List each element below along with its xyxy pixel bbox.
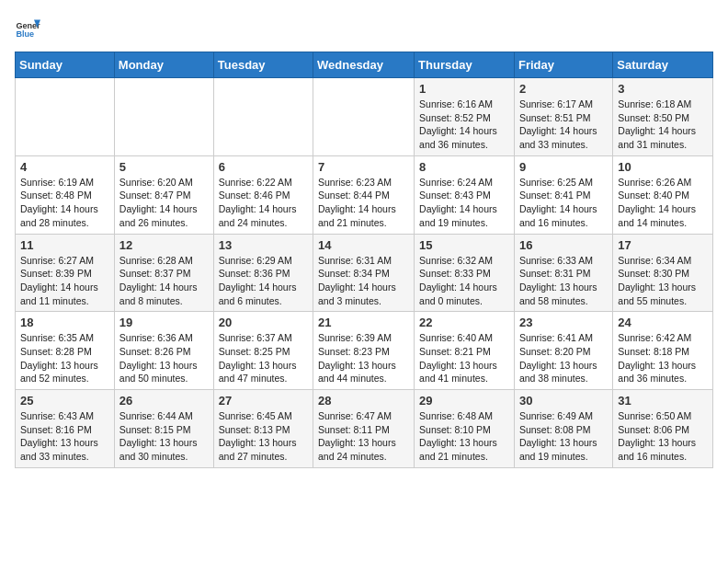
day-number: 12 <box>119 238 209 252</box>
calendar-cell: 9Sunrise: 6:25 AM Sunset: 8:41 PM Daylig… <box>514 155 612 234</box>
header-monday: Monday <box>114 52 213 78</box>
calendar-cell <box>213 78 313 156</box>
calendar-cell: 2Sunrise: 6:17 AM Sunset: 8:51 PM Daylig… <box>514 78 612 156</box>
day-number: 27 <box>219 394 308 408</box>
day-number: 22 <box>419 316 509 329</box>
day-detail: Sunrise: 6:31 AM Sunset: 8:34 PM Dayligh… <box>318 254 409 308</box>
day-number: 16 <box>519 238 608 252</box>
logo: General Blue <box>15 15 40 40</box>
day-number: 20 <box>219 316 308 329</box>
calendar-cell: 27Sunrise: 6:45 AM Sunset: 8:13 PM Dayli… <box>213 390 313 468</box>
page-header: General Blue <box>15 15 713 40</box>
calendar-cell: 17Sunrise: 6:34 AM Sunset: 8:30 PM Dayli… <box>613 234 713 312</box>
day-number: 9 <box>519 160 608 174</box>
day-detail: Sunrise: 6:17 AM Sunset: 8:51 PM Dayligh… <box>519 98 608 152</box>
calendar-cell: 31Sunrise: 6:50 AM Sunset: 8:06 PM Dayli… <box>613 390 713 468</box>
day-detail: Sunrise: 6:39 AM Sunset: 8:23 PM Dayligh… <box>318 331 409 385</box>
day-detail: Sunrise: 6:27 AM Sunset: 8:39 PM Dayligh… <box>20 254 109 308</box>
calendar-cell: 26Sunrise: 6:44 AM Sunset: 8:15 PM Dayli… <box>114 390 213 468</box>
calendar-cell: 12Sunrise: 6:28 AM Sunset: 8:37 PM Dayli… <box>114 234 213 312</box>
day-detail: Sunrise: 6:28 AM Sunset: 8:37 PM Dayligh… <box>119 254 209 308</box>
calendar-cell: 29Sunrise: 6:48 AM Sunset: 8:10 PM Dayli… <box>415 390 515 468</box>
day-detail: Sunrise: 6:45 AM Sunset: 8:13 PM Dayligh… <box>219 409 308 464</box>
day-detail: Sunrise: 6:33 AM Sunset: 8:31 PM Dayligh… <box>519 254 608 308</box>
calendar-cell: 1Sunrise: 6:16 AM Sunset: 8:52 PM Daylig… <box>415 78 515 156</box>
day-number: 23 <box>519 316 608 329</box>
calendar-cell: 11Sunrise: 6:27 AM Sunset: 8:39 PM Dayli… <box>16 234 115 312</box>
day-detail: Sunrise: 6:47 AM Sunset: 8:11 PM Dayligh… <box>318 409 409 464</box>
calendar-cell: 3Sunrise: 6:18 AM Sunset: 8:50 PM Daylig… <box>613 78 713 156</box>
day-detail: Sunrise: 6:23 AM Sunset: 8:44 PM Dayligh… <box>318 176 409 230</box>
day-detail: Sunrise: 6:29 AM Sunset: 8:36 PM Dayligh… <box>219 254 308 308</box>
day-number: 17 <box>618 238 708 252</box>
day-number: 10 <box>618 160 708 174</box>
day-number: 26 <box>119 394 209 408</box>
day-detail: Sunrise: 6:40 AM Sunset: 8:21 PM Dayligh… <box>419 331 509 385</box>
day-detail: Sunrise: 6:20 AM Sunset: 8:47 PM Dayligh… <box>119 176 209 230</box>
day-number: 8 <box>419 160 509 174</box>
calendar-cell: 15Sunrise: 6:32 AM Sunset: 8:33 PM Dayli… <box>415 234 515 312</box>
calendar-week-row: 4Sunrise: 6:19 AM Sunset: 8:48 PM Daylig… <box>16 155 713 234</box>
calendar-cell: 23Sunrise: 6:41 AM Sunset: 8:20 PM Dayli… <box>514 312 612 390</box>
day-detail: Sunrise: 6:48 AM Sunset: 8:10 PM Dayligh… <box>419 409 509 464</box>
logo-icon: General Blue <box>15 15 40 40</box>
calendar-cell: 8Sunrise: 6:24 AM Sunset: 8:43 PM Daylig… <box>415 155 515 234</box>
header-saturday: Saturday <box>613 52 713 78</box>
day-detail: Sunrise: 6:42 AM Sunset: 8:18 PM Dayligh… <box>618 331 708 385</box>
calendar-cell <box>313 78 415 156</box>
day-number: 2 <box>519 82 608 96</box>
calendar-cell: 16Sunrise: 6:33 AM Sunset: 8:31 PM Dayli… <box>514 234 612 312</box>
day-detail: Sunrise: 6:43 AM Sunset: 8:16 PM Dayligh… <box>20 409 109 464</box>
header-wednesday: Wednesday <box>313 52 415 78</box>
calendar-cell: 4Sunrise: 6:19 AM Sunset: 8:48 PM Daylig… <box>16 155 115 234</box>
day-number: 14 <box>318 238 409 252</box>
day-detail: Sunrise: 6:25 AM Sunset: 8:41 PM Dayligh… <box>519 176 608 230</box>
calendar-cell: 20Sunrise: 6:37 AM Sunset: 8:25 PM Dayli… <box>213 312 313 390</box>
day-detail: Sunrise: 6:24 AM Sunset: 8:43 PM Dayligh… <box>419 176 509 230</box>
calendar-week-row: 11Sunrise: 6:27 AM Sunset: 8:39 PM Dayli… <box>16 234 713 312</box>
day-number: 3 <box>618 82 708 96</box>
calendar-cell <box>16 78 115 156</box>
header-thursday: Thursday <box>415 52 515 78</box>
day-detail: Sunrise: 6:37 AM Sunset: 8:25 PM Dayligh… <box>219 331 308 385</box>
day-number: 6 <box>219 160 308 174</box>
calendar-week-row: 18Sunrise: 6:35 AM Sunset: 8:28 PM Dayli… <box>16 312 713 390</box>
day-number: 24 <box>618 316 708 329</box>
day-detail: Sunrise: 6:50 AM Sunset: 8:06 PM Dayligh… <box>618 409 708 464</box>
day-number: 1 <box>419 82 509 96</box>
day-number: 4 <box>20 160 109 174</box>
day-number: 15 <box>419 238 509 252</box>
day-number: 31 <box>618 394 708 408</box>
calendar-cell: 25Sunrise: 6:43 AM Sunset: 8:16 PM Dayli… <box>16 390 115 468</box>
calendar-cell: 7Sunrise: 6:23 AM Sunset: 8:44 PM Daylig… <box>313 155 415 234</box>
day-detail: Sunrise: 6:32 AM Sunset: 8:33 PM Dayligh… <box>419 254 509 308</box>
calendar-cell: 30Sunrise: 6:49 AM Sunset: 8:08 PM Dayli… <box>514 390 612 468</box>
calendar-cell: 19Sunrise: 6:36 AM Sunset: 8:26 PM Dayli… <box>114 312 213 390</box>
day-detail: Sunrise: 6:26 AM Sunset: 8:40 PM Dayligh… <box>618 176 708 230</box>
day-number: 13 <box>219 238 308 252</box>
day-detail: Sunrise: 6:19 AM Sunset: 8:48 PM Dayligh… <box>20 176 109 230</box>
day-number: 30 <box>519 394 608 408</box>
day-detail: Sunrise: 6:16 AM Sunset: 8:52 PM Dayligh… <box>419 98 509 152</box>
day-detail: Sunrise: 6:22 AM Sunset: 8:46 PM Dayligh… <box>219 176 308 230</box>
day-number: 7 <box>318 160 409 174</box>
calendar-cell: 21Sunrise: 6:39 AM Sunset: 8:23 PM Dayli… <box>313 312 415 390</box>
day-detail: Sunrise: 6:36 AM Sunset: 8:26 PM Dayligh… <box>119 331 209 385</box>
calendar-cell: 6Sunrise: 6:22 AM Sunset: 8:46 PM Daylig… <box>213 155 313 234</box>
calendar-cell: 18Sunrise: 6:35 AM Sunset: 8:28 PM Dayli… <box>16 312 115 390</box>
day-number: 29 <box>419 394 509 408</box>
svg-text:Blue: Blue <box>16 29 34 39</box>
day-number: 18 <box>20 316 109 329</box>
header-tuesday: Tuesday <box>213 52 313 78</box>
day-detail: Sunrise: 6:35 AM Sunset: 8:28 PM Dayligh… <box>20 331 109 385</box>
calendar-header-row: SundayMondayTuesdayWednesdayThursdayFrid… <box>16 52 713 78</box>
day-number: 11 <box>20 238 109 252</box>
calendar-cell <box>114 78 213 156</box>
day-detail: Sunrise: 6:34 AM Sunset: 8:30 PM Dayligh… <box>618 254 708 308</box>
header-sunday: Sunday <box>16 52 115 78</box>
day-detail: Sunrise: 6:41 AM Sunset: 8:20 PM Dayligh… <box>519 331 608 385</box>
header-friday: Friday <box>514 52 612 78</box>
calendar-week-row: 25Sunrise: 6:43 AM Sunset: 8:16 PM Dayli… <box>16 390 713 468</box>
day-detail: Sunrise: 6:44 AM Sunset: 8:15 PM Dayligh… <box>119 409 209 464</box>
day-number: 21 <box>318 316 409 329</box>
